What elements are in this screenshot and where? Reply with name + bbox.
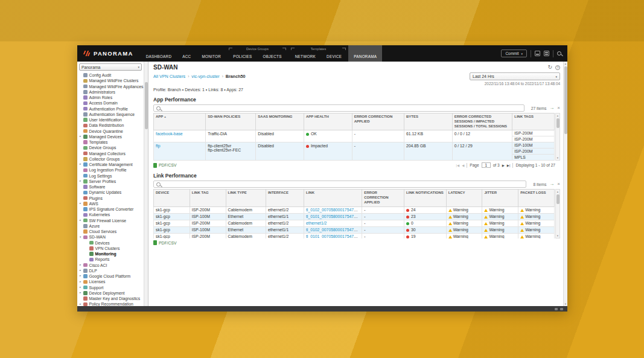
sidebar-item-devices[interactable]: Devices: [77, 240, 144, 246]
sidebar-item-device-deployment[interactable]: ▸Device Deployment: [77, 290, 144, 296]
sidebar-item-azure[interactable]: Azure: [77, 223, 144, 229]
first-page-button[interactable]: |◀: [456, 164, 460, 167]
sidebar-item-kubernetes[interactable]: Kubernetes: [77, 212, 144, 217]
sidebar-item-server-profiles[interactable]: ▸Server Profiles: [77, 179, 144, 184]
tab-policies[interactable]: POLICIES: [228, 51, 257, 62]
app-column-app-health[interactable]: APP HEALTH: [304, 113, 352, 130]
app-column-error-correction-applied[interactable]: ERROR CORRECTION APPLIED: [352, 113, 404, 130]
sidebar-item-managed-wildfire-appliances[interactable]: Managed WildFire Appliances: [77, 84, 144, 89]
link-column-link-tag[interactable]: LINK TAG: [190, 190, 226, 206]
sidebar-item-aws[interactable]: ▸AWS: [77, 201, 144, 206]
tab-objects[interactable]: OBJECTS: [258, 51, 287, 62]
link-search-input[interactable]: [163, 181, 523, 187]
app-pdf-csv-button[interactable]: PDF/CSV: [153, 163, 176, 168]
sidebar-item-config-audit[interactable]: Config Audit: [77, 72, 144, 78]
last-page-button[interactable]: ▶|: [507, 164, 511, 167]
sidebar-item-reports[interactable]: Reports: [77, 257, 144, 262]
apply-filter-icon[interactable]: →: [549, 106, 554, 110]
sidebar-item-administrators[interactable]: Administrators: [77, 89, 144, 95]
sidebar-item-managed-collectors[interactable]: Managed Collectors: [77, 151, 144, 156]
commit-button[interactable]: Commit ▾: [501, 50, 527, 57]
sidebar-item-managed-devices[interactable]: ▸Managed Devices: [77, 134, 144, 139]
link-table-scrollbar[interactable]: ▴ ▾: [555, 189, 560, 238]
link-column-error-correction-applied[interactable]: ERROR CORRECTION APPLIED: [362, 190, 404, 206]
link-pdf-csv-button[interactable]: PDF/CSV: [153, 240, 176, 245]
link-column-link-notifications[interactable]: LINK NOTIFICATIONS: [404, 190, 446, 206]
app-column-saas-monitoring[interactable]: SAAS MONITORING: [256, 113, 304, 130]
sidebar-item-monitoring[interactable]: Monitoring: [77, 251, 144, 257]
app-column-error-corrected-sessions-impacted-sessions-total-sessions[interactable]: ERROR CORRECTED SESSIONS / IMPACTED SESS…: [452, 113, 512, 130]
link-column-jitter[interactable]: JITTER: [482, 190, 518, 206]
link-column-interface[interactable]: INTERFACE: [266, 190, 304, 206]
help-icon[interactable]: ?: [555, 65, 560, 70]
sidebar-item-licenses[interactable]: ▸Licenses: [77, 279, 144, 284]
app-column-sd-wan-policies[interactable]: SD-WAN POLICIES: [206, 113, 256, 130]
sidebar-item-master-key-and-diagnostics[interactable]: Master Key and Diagnostics: [77, 296, 144, 301]
sidebar-item-google-cloud-platform[interactable]: ▸Google Cloud Platform: [77, 273, 144, 279]
app-link[interactable]: ftp: [156, 144, 161, 148]
next-page-button[interactable]: ▶: [502, 164, 505, 167]
link-link[interactable]: ethernet1/2: [306, 221, 327, 225]
app-column-bytes[interactable]: BYTES: [404, 113, 452, 130]
sidebar-item-access-domain[interactable]: Access Domain: [77, 100, 144, 106]
sidebar-scrollbar[interactable]: [144, 62, 148, 306]
tab-panorama[interactable]: PANORAMA: [348, 45, 382, 62]
time-range-select[interactable]: Last 24 Hrs ▾: [470, 72, 560, 80]
tab-dashboard[interactable]: DASHBOARD: [141, 45, 177, 62]
sidebar-item-collector-groups[interactable]: Collector Groups: [77, 156, 144, 162]
refresh-icon[interactable]: ↻: [547, 65, 552, 70]
apply-filter-icon[interactable]: →: [549, 182, 554, 187]
global-search-icon[interactable]: [557, 51, 561, 56]
sidebar-item-dlp[interactable]: ▸DLP: [77, 268, 144, 273]
sidebar-item-sw-firewall-license[interactable]: ▸SW Firewall License: [77, 218, 144, 223]
scroll-down-icon[interactable]: ▾: [565, 302, 566, 306]
status-bar-icon[interactable]: [555, 308, 558, 310]
clear-filter-icon[interactable]: ×: [557, 106, 560, 110]
link-column-link[interactable]: LINK: [304, 190, 362, 206]
sidebar-item-log-settings[interactable]: Log Settings: [77, 173, 144, 179]
app-search-input[interactable]: [163, 105, 521, 111]
save-icon[interactable]: [535, 51, 540, 56]
link-link[interactable]: tl_0101_00705800017547_0101: [306, 234, 362, 238]
sidebar-item-authentication-profile[interactable]: Authentication Profile: [77, 106, 144, 112]
scroll-up-icon[interactable]: ▴: [557, 190, 558, 194]
app-table-scrollbar[interactable]: ▴ ▾: [555, 113, 560, 161]
sidebar-item-authentication-sequence[interactable]: Authentication Sequence: [77, 112, 144, 117]
sidebar-item-sd-wan[interactable]: ▾SD-WAN: [77, 234, 144, 240]
link-column-device[interactable]: DEVICE: [154, 190, 190, 206]
breadcrumb-link[interactable]: vic-vpn-cluster: [191, 74, 219, 79]
sidebar-item-software[interactable]: Software: [77, 184, 144, 190]
breadcrumb-link[interactable]: All VPN Clusters: [153, 74, 185, 79]
app-column-link-tags[interactable]: LINK TAGS: [512, 113, 555, 130]
sidebar-item-templates[interactable]: Templates: [77, 139, 144, 145]
tab-device[interactable]: DEVICE: [321, 51, 347, 62]
tab-monitor[interactable]: MONITOR: [196, 45, 226, 62]
tab-acc[interactable]: ACC: [177, 45, 196, 62]
sidebar-item-user-identification[interactable]: User Identification: [77, 117, 144, 123]
sidebar-item-log-ingestion-profile[interactable]: Log Ingestion Profile: [77, 167, 144, 173]
sidebar-item-policy-recommendation[interactable]: ▸Policy Recommendation: [77, 301, 144, 306]
scrollbar-thumb[interactable]: [556, 118, 560, 128]
link-column-latency[interactable]: LATENCY: [446, 190, 482, 206]
sidebar-item-plugins[interactable]: Plugins: [77, 196, 144, 201]
prev-page-button[interactable]: ◀: [462, 164, 464, 167]
sidebar-item-admin-roles[interactable]: Admin Roles: [77, 95, 144, 100]
link-link[interactable]: tl_0102_00705800017547_0102: [306, 208, 362, 212]
scrollbar-thumb[interactable]: [564, 66, 567, 134]
scroll-down-icon[interactable]: ▾: [557, 156, 558, 160]
status-bar-icon[interactable]: [560, 308, 563, 310]
sidebar-item-ips-signature-converter[interactable]: IPS Signature Converter: [77, 206, 144, 212]
link-column-packet-loss[interactable]: PACKET LOSS: [518, 190, 555, 206]
main-scrollbar[interactable]: ▴ ▾: [563, 62, 567, 306]
sidebar-item-certificate-management[interactable]: ▸Certificate Management: [77, 162, 144, 167]
context-selector[interactable]: Panorama ▾: [79, 63, 142, 71]
sidebar-item-managed-wildfire-clusters[interactable]: Managed WildFire Clusters: [77, 78, 144, 83]
commit-status-icon[interactable]: [544, 51, 549, 56]
sidebar-item-data-redistribution[interactable]: Data Redistribution: [77, 123, 144, 128]
sidebar-item-device-quarantine[interactable]: Device Quarantine: [77, 129, 144, 134]
sidebar-item-support[interactable]: ▸Support: [77, 285, 144, 290]
sidebar-item-cisco-aci[interactable]: ▸Cisco ACI: [77, 263, 144, 268]
scroll-down-icon[interactable]: ▾: [557, 234, 558, 238]
tab-network[interactable]: NETWORK: [290, 51, 321, 62]
scrollbar-thumb[interactable]: [556, 194, 560, 204]
